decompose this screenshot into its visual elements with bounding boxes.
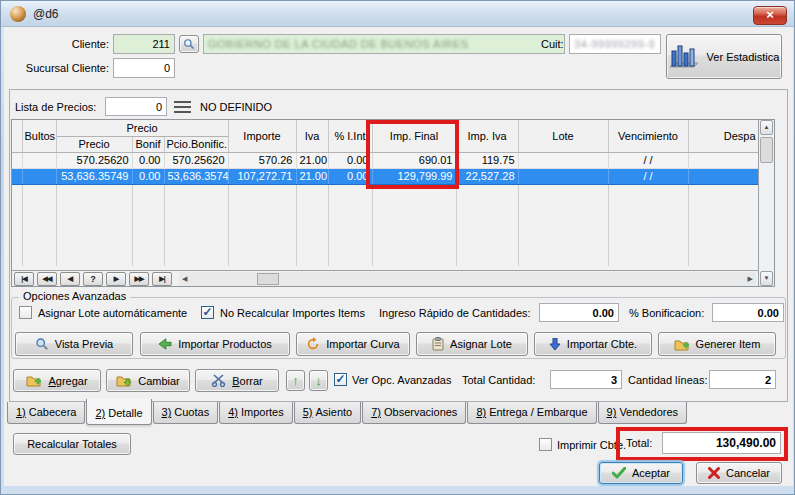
ver-opc-avanzadas-checkbox[interactable]: ✓	[334, 373, 347, 386]
nav-first-button[interactable]: |◀	[14, 272, 34, 286]
tab-vendedores[interactable]: 9)Vendedores	[598, 402, 688, 424]
ingreso-rapido-field[interactable]: 0.00	[539, 303, 619, 322]
cliente-code-value: 211	[152, 38, 170, 50]
total-field[interactable]: 130,490.00	[662, 432, 781, 454]
cliente-code-field[interactable]: 211	[113, 34, 175, 54]
move-down-button[interactable]: ↓	[309, 370, 328, 391]
vertical-scroll-thumb[interactable]	[760, 137, 773, 163]
asignar-lote-auto-label: Asignar Lote automáticamente	[38, 307, 187, 319]
sucursal-label: Sucursal Cliente:	[15, 62, 109, 74]
no-recalcular-checkbox[interactable]: ✓	[201, 306, 214, 319]
cell-bonif: 0.00	[132, 152, 164, 168]
aceptar-label: Aceptar	[632, 467, 670, 479]
vista-previa-button[interactable]: Vista Previa	[15, 332, 133, 356]
col-i-int[interactable]: % I.Int	[328, 120, 372, 152]
nav-prev-button[interactable]: ◀	[60, 272, 80, 286]
cliente-search-button[interactable]	[179, 35, 199, 53]
tab-observaciones[interactable]: 7)Observaciones	[362, 402, 466, 424]
col-lote[interactable]: Lote	[518, 120, 608, 152]
col-despacho[interactable]: Despa	[688, 120, 758, 152]
col-imp-iva[interactable]: Imp. Iva	[456, 120, 518, 152]
cell-despacho	[688, 168, 758, 184]
total-cantidad-field[interactable]: 3	[550, 370, 622, 389]
search-icon	[183, 38, 195, 50]
col-bonif[interactable]: Bonif	[132, 136, 164, 152]
scroll-down-icon: ▼	[764, 275, 770, 281]
tab-cabecera[interactable]: 1)Cabecera	[7, 402, 85, 424]
tab-importes[interactable]: 4)Importes	[219, 402, 293, 424]
tab-detalle[interactable]: 2)Detalle	[86, 399, 151, 425]
cuit-value: 34-99999299-9	[574, 38, 655, 50]
col-precio[interactable]: Precio	[56, 136, 132, 152]
cuit-field[interactable]: 34-99999299-9	[569, 34, 661, 54]
cell-bultos	[22, 168, 56, 184]
nav-fast-next-button[interactable]: ▶▶	[129, 272, 149, 286]
vertical-scrollbar[interactable]: ▲ ▼	[758, 120, 774, 286]
nav-last-button[interactable]: ▶|	[152, 272, 172, 286]
cliente-name-field[interactable]: GOBIERNO DE LA CIUDAD DE BUENOS AIRES	[203, 34, 565, 54]
lista-precios-field[interactable]: 0	[105, 97, 167, 116]
bonificacion-field[interactable]: 0.00	[712, 303, 784, 322]
agregar-button[interactable]: Agregar	[13, 369, 101, 392]
total-cantidad-label: Total Cantidad:	[462, 374, 535, 386]
sucursal-field[interactable]: 0	[113, 58, 175, 78]
tab-entrega-embarque[interactable]: 8)Entrega / Embarque	[467, 402, 596, 424]
recalcular-totales-button[interactable]: Recalcular Totales	[13, 433, 131, 455]
tab-asiento[interactable]: 5)Asiento	[294, 402, 361, 424]
importar-cbte-label: Importar Cbte.	[567, 338, 637, 350]
asignar-lote-auto-checkbox[interactable]	[19, 306, 32, 319]
items-grid: Bultos Precio Importe Iva % I.Int Imp. F…	[11, 119, 775, 287]
ver-estadistica-button[interactable]: Ver Estadistica	[666, 34, 782, 79]
refresh-icon	[306, 337, 320, 351]
horizontal-scroll-thumb[interactable]	[257, 273, 279, 285]
x-icon	[708, 467, 720, 479]
grid-empty-area	[12, 184, 758, 266]
nav-next-button[interactable]: ▶	[106, 272, 126, 286]
importar-cbte-button[interactable]: Importar Cbte.	[534, 332, 652, 356]
total-value: 130,490.00	[716, 436, 776, 450]
imprimir-cbte-checkbox[interactable]	[539, 438, 552, 451]
cancelar-button[interactable]: Cancelar	[696, 462, 782, 484]
nav-fast-prev-button[interactable]: ◀◀	[37, 272, 57, 286]
cambiar-button[interactable]: Cambiar	[106, 369, 190, 392]
ingreso-rapido-value: 0.00	[593, 307, 614, 319]
nav-search-button[interactable]: ?	[83, 272, 103, 286]
col-importe[interactable]: Importe	[228, 120, 296, 152]
preview-magnifier-icon	[35, 337, 49, 351]
lista-precios-nombre: NO DEFINIDO	[200, 101, 272, 113]
no-recalcular-label: No Recalcular Importes Items	[220, 307, 365, 319]
menu-icon[interactable]	[174, 101, 191, 113]
importar-curva-button[interactable]: Importar Curva	[296, 332, 410, 356]
dialog-window: @d6 × Cliente: 211 GOBIERNO DE LA CIUDAD…	[0, 0, 795, 495]
move-up-button[interactable]: ↑	[286, 370, 305, 391]
horizontal-scrollbar[interactable]: ◀ ▶	[179, 272, 756, 286]
scroll-left-icon[interactable]: ◀	[182, 275, 187, 283]
close-button[interactable]: ×	[753, 6, 787, 25]
col-bultos[interactable]: Bultos	[22, 120, 56, 152]
table-row[interactable]: 570.25620 0.00 570.25620 570.26 21.00 0.…	[12, 152, 758, 168]
window-title: @d6	[33, 7, 59, 21]
borrar-button[interactable]: Borrar	[195, 369, 279, 392]
col-precio-group[interactable]: Precio	[56, 120, 228, 136]
tab-cuotas[interactable]: 3)Cuotas	[153, 402, 219, 424]
generer-item-button[interactable]: Generer Item	[658, 332, 776, 356]
title-bar: @d6 ×	[1, 1, 795, 27]
importar-productos-button[interactable]: Importar Productos	[140, 332, 290, 356]
total-cantidad-value: 3	[611, 374, 617, 386]
cliente-name-value: GOBIERNO DE LA CIUDAD DE BUENOS AIRES	[208, 38, 469, 50]
col-vencimiento[interactable]: Vencimiento	[608, 120, 688, 152]
import-arrow-icon	[158, 338, 172, 350]
scroll-right-icon[interactable]: ▶	[748, 275, 753, 283]
cantidad-lineas-field[interactable]: 2	[709, 370, 776, 389]
col-imp-final[interactable]: Imp. Final	[372, 120, 456, 152]
asignar-lote-button[interactable]: Asignar Lote	[416, 332, 528, 356]
scroll-up-button[interactable]: ▲	[760, 120, 773, 135]
col-pcio-bonific[interactable]: Pcio.Bonific.	[164, 136, 228, 152]
cell-vencimiento: / /	[608, 168, 688, 184]
table-row-selected[interactable]: 53,636.35749 0.00 53,636.35749 107,272.7…	[12, 168, 758, 184]
close-icon: ×	[766, 7, 774, 22]
aceptar-button[interactable]: Aceptar	[599, 462, 683, 484]
scroll-down-button[interactable]: ▼	[760, 271, 773, 286]
col-iva[interactable]: Iva	[296, 120, 328, 152]
cell-precio: 570.25620	[56, 152, 132, 168]
